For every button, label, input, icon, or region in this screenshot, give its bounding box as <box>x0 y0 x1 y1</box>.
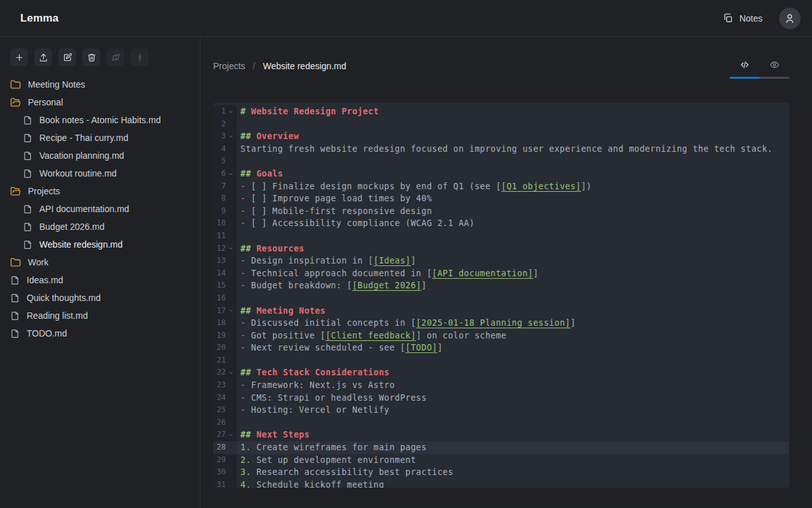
editor-line-10[interactable]: 10- [ ] Accessibility compliance (WCAG 2… <box>213 217 789 230</box>
fold-spacer <box>226 182 235 190</box>
editor-line-13[interactable]: 13- Design inspiration in [[Ideas]] <box>213 255 789 267</box>
editor-line-27[interactable]: 27## Next Steps <box>213 429 789 441</box>
tree-file-budget-2026-md[interactable]: Budget 2026.md <box>0 218 200 236</box>
tree-file-website-redesign-md[interactable]: Website redesign.md <box>0 236 200 253</box>
gutter-line-22: 22 <box>213 366 237 379</box>
gutter-line-5: 5 <box>213 155 237 168</box>
tree-file-book-notes-atomic-habits-md[interactable]: Book notes - Atomic Habits.md <box>0 111 200 129</box>
editor-line-16[interactable]: 16 <box>213 292 789 305</box>
fold-spacer <box>226 331 235 340</box>
upload-button[interactable] <box>34 48 52 66</box>
editor-line-25[interactable]: 25- Hosting: Vercel or Netlify <box>213 404 789 417</box>
editor-line-3[interactable]: 3## Overview <box>213 130 789 143</box>
fold-spacer <box>226 406 235 415</box>
line-number: 17 <box>217 305 226 318</box>
line-number: 8 <box>221 192 226 205</box>
fold-toggle[interactable] <box>226 107 235 116</box>
editor-line-11[interactable]: 11 <box>213 230 789 243</box>
editor-line-12[interactable]: 12## Resources <box>213 243 789 255</box>
tree-file-recipe-thai-curry-md[interactable]: Recipe - Thai curry.md <box>0 129 200 147</box>
breadcrumb-folder[interactable]: Projects <box>213 61 246 71</box>
tab-preview-view[interactable] <box>759 60 789 71</box>
line-number: 12 <box>217 243 226 255</box>
file-icon <box>23 240 32 250</box>
file-tree: Meeting NotesPersonalBook notes - Atomic… <box>0 76 200 342</box>
tree-folder-meeting-notes[interactable]: Meeting Notes <box>0 76 200 93</box>
delete-button[interactable] <box>82 48 100 66</box>
commit-button[interactable] <box>131 48 148 66</box>
avatar[interactable] <box>779 8 801 29</box>
fold-spacer <box>226 456 235 464</box>
gutter-line-3: 3 <box>213 130 237 143</box>
gutter-line-28: 28 <box>213 441 237 454</box>
file-icon <box>23 133 32 143</box>
editor-line-31[interactable]: 314. Schedule kickoff meeting <box>213 479 789 488</box>
tree-file-workout-routine-md[interactable]: Workout routine.md <box>0 164 200 182</box>
editor-line-17[interactable]: 17## Meeting Notes <box>213 305 789 318</box>
tree-file-reading-list-md[interactable]: Reading list.md <box>0 307 200 324</box>
fold-toggle[interactable] <box>226 244 235 253</box>
fold-toggle[interactable] <box>226 307 235 315</box>
editor-line-9[interactable]: 9- [ ] Mobile-first responsive design <box>213 205 789 218</box>
tree-folder-projects[interactable]: Projects <box>0 182 200 200</box>
editor-line-26[interactable]: 26 <box>213 417 789 429</box>
editor-line-4[interactable]: 4Starting fresh website redesign focused… <box>213 143 789 156</box>
editor-line-30[interactable]: 303. Research accessibility best practic… <box>213 466 789 479</box>
gutter-line-30: 30 <box>213 466 237 479</box>
editor-line-18[interactable]: 18- Discussed initial concepts in [[2025… <box>213 317 789 330</box>
code-line-14: - Technical approach documented in [[API… <box>237 267 789 280</box>
code-line-29: 2. Set up development environment <box>237 454 789 467</box>
editor-line-21[interactable]: 21 <box>213 354 789 367</box>
editor-line-29[interactable]: 292. Set up development environment <box>213 454 789 467</box>
editor-line-1[interactable]: 1# Website Redesign Project <box>213 105 789 118</box>
gutter-line-27: 27 <box>213 429 237 441</box>
tree-file-api-documentation-md[interactable]: API documentation.md <box>0 200 200 218</box>
editor-line-15[interactable]: 15- Budget breakdown: [[Budget 2026]] <box>213 279 789 292</box>
tree-file-todo-md[interactable]: TODO.md <box>0 324 200 342</box>
chevron-icon <box>228 370 234 376</box>
editor-line-23[interactable]: 23- Framework: Next.js vs Astro <box>213 379 789 392</box>
tree-folder-work[interactable]: Work <box>0 253 200 271</box>
tree-file-quick-thoughts-md[interactable]: Quick thoughts.md <box>0 289 200 307</box>
chevron-icon <box>228 109 234 115</box>
editor-line-19[interactable]: 19- Got positive [[Client feedback]] on … <box>213 330 789 342</box>
editor-line-8[interactable]: 8- [ ] Improve page load times by 40% <box>213 192 789 205</box>
breadcrumb-separator: / <box>253 61 256 71</box>
tree-item-label: Ideas.md <box>27 275 63 285</box>
gutter-line-23: 23 <box>213 379 237 392</box>
user-icon <box>784 13 796 24</box>
line-number: 27 <box>217 429 226 441</box>
editor-line-24[interactable]: 24- CMS: Strapi or headless WordPress <box>213 392 789 404</box>
tree-folder-personal[interactable]: Personal <box>0 93 200 111</box>
fold-toggle[interactable] <box>226 431 235 439</box>
fold-toggle[interactable] <box>226 369 235 377</box>
editor-line-20[interactable]: 20- Next review scheduled - see [[TODO]] <box>213 342 789 354</box>
fold-toggle[interactable] <box>226 170 235 178</box>
file-icon <box>23 169 32 178</box>
code-line-28: 1. Create wireframes for main pages <box>237 441 789 454</box>
editor-line-22[interactable]: 22## Tech Stack Considerations <box>213 366 789 379</box>
notes-button[interactable]: Notes <box>717 9 768 27</box>
editor-line-6[interactable]: 6## Goals <box>213 168 789 180</box>
compare-button[interactable] <box>107 48 124 66</box>
gutter-line-1: 1 <box>213 105 237 118</box>
gutter-line-20: 20 <box>213 342 237 354</box>
tree-file-vacation-planning-md[interactable]: Vacation planning.md <box>0 147 200 164</box>
line-number: 24 <box>217 392 226 404</box>
new-note-button[interactable] <box>10 48 28 66</box>
edit-button[interactable] <box>58 48 76 66</box>
tab-source-view[interactable] <box>730 60 759 71</box>
line-number: 23 <box>217 379 226 392</box>
editor-line-14[interactable]: 14- Technical approach documented in [[A… <box>213 267 789 280</box>
editor[interactable]: 1# Website Redesign Project23## Overview… <box>213 103 789 488</box>
fold-spacer <box>226 319 235 327</box>
tree-file-ideas-md[interactable]: Ideas.md <box>0 271 200 289</box>
gutter-line-4: 4 <box>213 143 237 156</box>
editor-line-2[interactable]: 2 <box>213 118 789 131</box>
fold-spacer <box>226 207 235 215</box>
gutter-line-29: 29 <box>213 454 237 467</box>
editor-line-28[interactable]: 281. Create wireframes for main pages <box>213 441 789 454</box>
fold-toggle[interactable] <box>226 132 235 140</box>
editor-line-5[interactable]: 5 <box>213 155 789 168</box>
editor-line-7[interactable]: 7- [ ] Finalize design mockups by end of… <box>213 180 789 193</box>
